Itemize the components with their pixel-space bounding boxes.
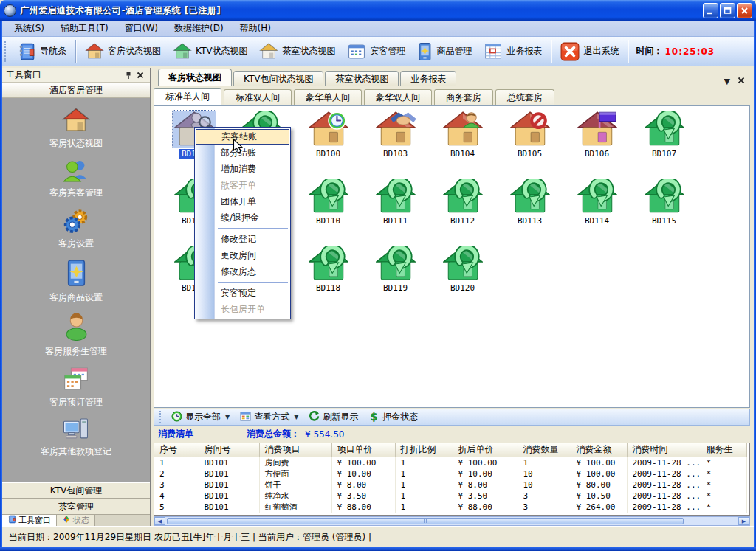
sidebar-item-6[interactable]: 客房其他款项登记 (41, 417, 111, 458)
table-row-2[interactable]: 3BD101饼干¥ 8.001¥ 8.0010¥ 80.002009-11-28… (154, 479, 746, 491)
toolbar-room-status-button[interactable]: 客房状态视图 (79, 41, 167, 62)
view-tab-0[interactable]: 客房状态视图 (158, 69, 232, 86)
minimize-button[interactable] (703, 3, 718, 18)
consumption-total-label: 消费总金额： (247, 428, 300, 440)
sidebar-group-button-0[interactable]: KTV包间管理 (2, 482, 150, 499)
context-menu-item-6[interactable]: 修改登记 (195, 231, 290, 247)
toolbar-nav-button[interactable]: 导航条 (11, 40, 72, 63)
tab-list-dropdown-icon[interactable]: ▼ (724, 77, 730, 86)
sidebar-item-5[interactable]: 客房预订管理 (49, 367, 103, 409)
maximize-button[interactable] (720, 3, 735, 18)
sidebar-item-3[interactable]: 客房商品设置 (49, 259, 103, 304)
tab-close-icon[interactable] (738, 77, 745, 86)
dropdown-caret-icon[interactable]: ▼ (225, 414, 230, 420)
room-BD113[interactable]: BD113 (496, 175, 563, 242)
room-BD115[interactable]: BD115 (630, 175, 698, 242)
column-header-6[interactable]: 消费数量 (518, 443, 571, 457)
sidebar-tab-0[interactable]: 工具窗口 (2, 515, 57, 526)
scrollbar-thumb[interactable] (167, 518, 684, 524)
context-menu-item-2[interactable]: 增加消费 (195, 161, 290, 177)
toolbar-grip[interactable] (4, 41, 8, 62)
sidebar-item-4[interactable]: 客房服务生管理 (45, 313, 107, 358)
close-button[interactable] (737, 3, 752, 18)
context-menu-item-5[interactable]: 续/退押金 (195, 209, 290, 226)
toolbar-exit-button[interactable]: 退出系统 (554, 40, 625, 63)
column-header-1[interactable]: 房间号 (199, 443, 259, 457)
table-row-1[interactable]: 2BD101方便面¥ 10.001¥ 10.0010¥ 100.002009-1… (154, 468, 746, 479)
context-menu-item-3[interactable]: 散客开单 (195, 177, 290, 193)
room-BD107[interactable]: BD107 (630, 108, 698, 175)
room-toolbar-button-1[interactable]: 查看方式▼ (235, 410, 303, 425)
toolbar-guest-mgmt-button[interactable]: 宾客管理 (341, 41, 411, 62)
room-BD104[interactable]: BD104 (429, 108, 496, 175)
room-BD103[interactable]: BD103 (362, 108, 429, 175)
room-toolbar-button-0[interactable]: 显示全部▼ (166, 410, 235, 425)
room-BD112[interactable]: BD112 (429, 175, 496, 242)
room-BD114[interactable]: BD114 (563, 175, 630, 242)
room-BD100[interactable]: BD100 (295, 108, 362, 175)
house-red-icon (85, 43, 104, 60)
toolbar-grip[interactable] (159, 411, 163, 423)
column-header-7[interactable]: 消费金额 (571, 443, 627, 457)
sidebar-item-1[interactable]: 客房宾客管理 (49, 159, 103, 199)
sidebar-group-button-1[interactable]: 茶室管理 (2, 499, 150, 515)
context-menu-item-7[interactable]: 更改房间 (195, 247, 290, 263)
close-panel-icon[interactable] (134, 69, 146, 80)
scroll-right-button[interactable]: ▶ (738, 517, 749, 525)
toolbar-goods-mgmt-button[interactable]: 商品管理 (411, 40, 478, 63)
dropdown-caret-icon[interactable]: ▼ (294, 414, 298, 420)
table-cell: 2 (154, 468, 199, 479)
room-BD120[interactable]: BD120 (429, 242, 496, 309)
room-label: BD115 (650, 216, 678, 226)
context-menu-item-9[interactable]: 宾客预定 (195, 285, 290, 301)
menu-item-3[interactable]: 数据维护(D) (166, 21, 232, 36)
column-header-8[interactable]: 消费时间 (627, 443, 701, 457)
view-tab-2[interactable]: 茶室状态视图 (325, 71, 399, 86)
menu-item-0[interactable]: 系统(S) (6, 21, 52, 36)
sidebar-tab-1[interactable]: 状态 (57, 515, 95, 526)
table-row-3[interactable]: 4BD101纯净水¥ 3.501¥ 3.503¥ 10.502009-11-28… (154, 491, 746, 502)
room-BD111[interactable]: BD111 (362, 175, 429, 242)
table-row-4[interactable]: 5BD101红葡萄酒¥ 88.001¥ 88.003¥ 264.002009-1… (154, 502, 746, 513)
context-menu-item-8[interactable]: 修改房态 (195, 263, 290, 280)
table-row-0[interactable]: 1BD101房间费¥ 100.001¥ 100.001¥ 100.002009-… (154, 457, 746, 468)
room-type-tab-4[interactable]: 商务套房 (434, 89, 493, 105)
column-header-0[interactable]: 序号 (154, 443, 199, 457)
room-status-icon-vacant (576, 178, 619, 215)
room-BD110[interactable]: BD110 (295, 175, 362, 242)
room-toolbar-button-2[interactable]: 刷新显示 (303, 410, 363, 425)
menu-item-2[interactable]: 窗口(W) (117, 21, 166, 36)
room-BD105[interactable]: BD105 (496, 108, 563, 175)
menu-item-1[interactable]: 辅助工具(T) (52, 21, 117, 36)
column-header-9[interactable]: 服务生 (701, 443, 746, 457)
room-BD119[interactable]: BD119 (362, 242, 429, 309)
view-tab-3[interactable]: 业务报表 (400, 71, 456, 86)
room-type-tab-5[interactable]: 总统套房 (495, 89, 554, 105)
column-header-3[interactable]: 项目单价 (331, 443, 395, 457)
toolbar-ktv-status-button[interactable]: KTV状态视图 (167, 41, 253, 62)
menu-item-4[interactable]: 帮助(H) (232, 21, 279, 36)
scroll-left-button[interactable]: ◀ (154, 517, 165, 525)
column-header-5[interactable]: 折后单价 (453, 443, 518, 457)
room-type-tab-1[interactable]: 标准双人间 (224, 89, 292, 105)
room-BD106[interactable]: BD106 (563, 108, 630, 175)
pin-icon[interactable] (123, 69, 134, 80)
room-toolbar-button-3[interactable]: $押金状态 (363, 410, 423, 425)
sidebar-item-2[interactable]: 客房设置 (58, 208, 94, 250)
consumption-table-wrap: 序号房间号消费项目项目单价打折比例折后单价消费数量消费金额消费时间服务生 1BD… (154, 443, 750, 516)
toolbar-biz-report-button[interactable]: 业务报表 (478, 41, 548, 62)
table-cell: ¥ 80.00 (571, 479, 627, 491)
view-tab-1[interactable]: KTV包间状态视图 (233, 71, 323, 86)
room-type-tab-0[interactable]: 标准单人间 (154, 88, 221, 105)
context-menu-item-4[interactable]: 团体开单 (195, 193, 290, 209)
column-header-2[interactable]: 消费项目 (259, 443, 331, 457)
room-BD118[interactable]: BD118 (295, 242, 362, 309)
sidebar-item-label: 客房宾客管理 (49, 187, 103, 199)
room-type-tab-2[interactable]: 豪华单人间 (294, 89, 362, 105)
table-cell: 3 (154, 479, 199, 491)
sidebar-item-0[interactable]: 客房状态视图 (49, 108, 103, 150)
context-menu-item-10[interactable]: 长包房开单 (195, 301, 290, 317)
column-header-4[interactable]: 打折比例 (395, 443, 453, 457)
toolbar-tea-status-button[interactable]: 茶室状态视图 (253, 41, 341, 62)
room-type-tab-3[interactable]: 豪华双人间 (364, 89, 432, 105)
